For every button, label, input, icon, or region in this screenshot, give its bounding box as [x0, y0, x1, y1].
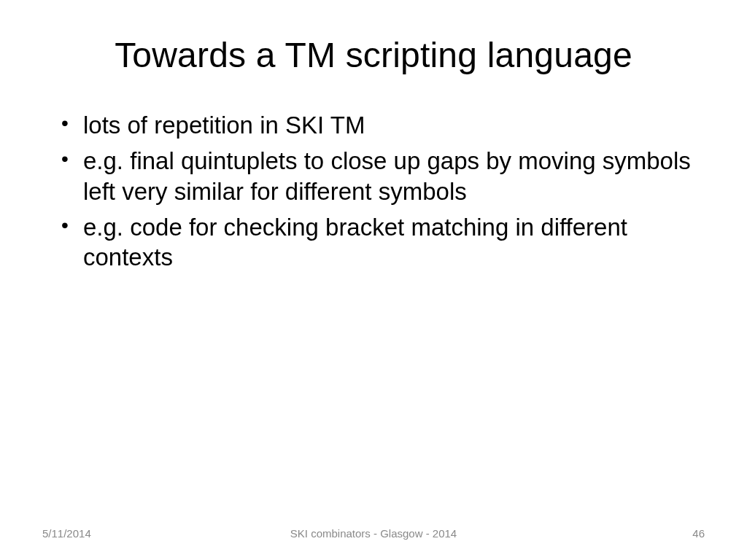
bullet-list: lots of repetition in SKI TM e.g. final …	[60, 110, 696, 272]
footer-page-number: 46	[692, 527, 705, 540]
bullet-item: lots of repetition in SKI TM	[60, 110, 696, 140]
slide-content: lots of repetition in SKI TM e.g. final …	[51, 110, 696, 272]
bullet-item: e.g. code for checking bracket matching …	[60, 212, 696, 273]
footer-presentation: SKI combinators - Glasgow - 2014	[290, 527, 457, 540]
slide-footer: 5/11/2014 SKI combinators - Glasgow - 20…	[0, 527, 747, 540]
slide-title: Towards a TM scripting language	[51, 35, 696, 75]
slide-container: Towards a TM scripting language lots of …	[0, 0, 747, 560]
footer-date: 5/11/2014	[42, 527, 91, 540]
bullet-item: e.g. final quintuplets to close up gaps …	[60, 146, 696, 206]
